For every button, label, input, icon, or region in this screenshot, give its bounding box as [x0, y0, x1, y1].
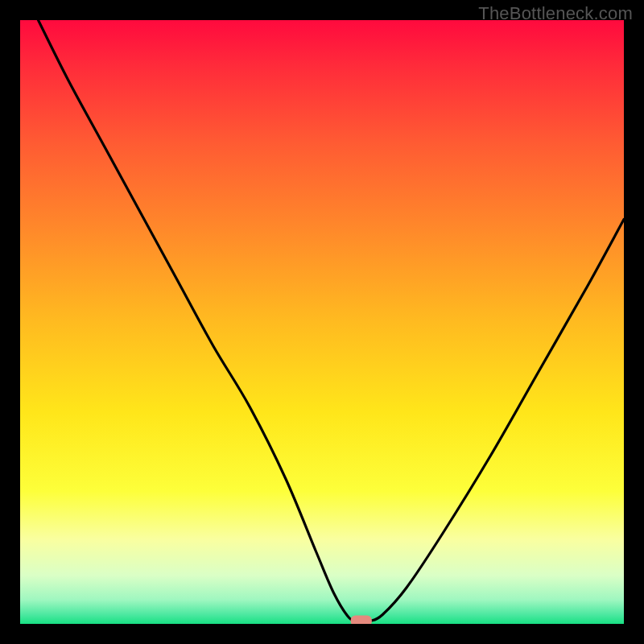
optimal-marker — [351, 616, 372, 625]
plot-frame — [20, 20, 624, 624]
bottleneck-chart — [20, 20, 624, 624]
chart-background-gradient — [20, 20, 624, 624]
watermark-text: TheBottleneck.com — [478, 3, 633, 24]
